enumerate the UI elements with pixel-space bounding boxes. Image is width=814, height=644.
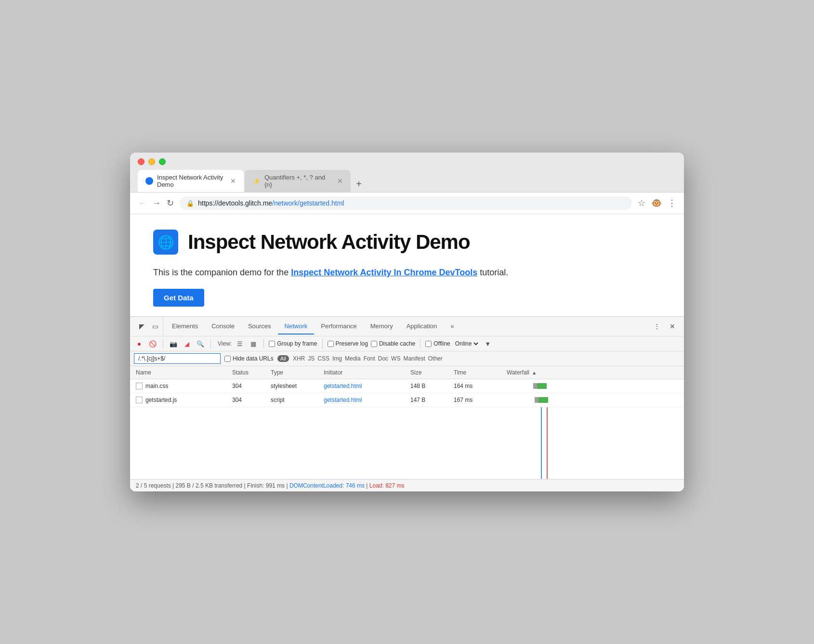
cell-size-2: 147 B (408, 395, 452, 405)
page-title: Inspect Network Activity Demo (188, 231, 470, 254)
cell-initiator-2[interactable]: getstarted.html (322, 395, 408, 405)
status-dom-content-loaded: DOMContentLoaded: 746 ms (289, 482, 365, 489)
preserve-log-check[interactable]: Preserve log (328, 340, 368, 347)
separator-2 (210, 339, 211, 348)
tab-icon-globe (145, 177, 153, 185)
waterfall-view-icon[interactable]: ▦ (248, 338, 259, 349)
traffic-lights (138, 158, 676, 165)
tab-application[interactable]: Application (400, 319, 444, 335)
all-badge[interactable]: All (277, 355, 289, 362)
search-icon[interactable]: 🔍 (195, 338, 206, 349)
tab-performance[interactable]: Performance (314, 319, 363, 335)
cell-waterfall-2 (505, 395, 680, 405)
col-size: Size (408, 368, 452, 377)
filter-input[interactable] (134, 353, 221, 364)
throttle-dropdown-icon[interactable]: ▼ (483, 338, 493, 349)
separator-5 (420, 339, 420, 348)
lock-icon: 🔒 (186, 200, 194, 207)
devtools-right: ⋮ ✕ (651, 321, 680, 332)
table-row[interactable]: getstarted.js 304 script getstarted.html… (130, 393, 684, 407)
cell-initiator-1[interactable]: getstarted.html (322, 381, 408, 391)
address-bar: ← → ↻ 🔒 https://devtools.glitch.me/netwo… (130, 193, 684, 214)
tab-console[interactable]: Console (205, 319, 241, 335)
filter-xhr[interactable]: XHR (293, 355, 305, 362)
col-initiator: Initiator (322, 368, 408, 377)
status-requests: 2 / 5 requests (136, 482, 171, 489)
filter-css[interactable]: CSS (317, 355, 329, 362)
cell-time-2: 167 ms (452, 395, 505, 405)
devtools-close-icon[interactable]: ✕ (667, 321, 678, 332)
cell-status-2: 304 (230, 395, 269, 405)
status-bar: 2 / 5 requests | 295 B / 2.5 KB transfer… (130, 479, 684, 491)
page-header: 🌐 Inspect Network Activity Demo (153, 230, 661, 255)
filter-manifest[interactable]: Manifest (403, 355, 425, 362)
hide-data-urls-check[interactable]: Hide data URLs (224, 355, 274, 362)
filter-img[interactable]: Img (332, 355, 342, 362)
description-link[interactable]: Inspect Network Activity In Chrome DevTo… (291, 268, 477, 277)
status-load: Load: 827 ms (369, 482, 405, 489)
file-icon-2 (136, 397, 143, 403)
filter-bar: Hide data URLs All XHR JS CSS Img Media … (130, 351, 684, 366)
filter-js[interactable]: JS (308, 355, 315, 362)
cell-waterfall-1 (505, 381, 680, 391)
filter-media[interactable]: Media (345, 355, 361, 362)
reload-button[interactable]: ↻ (167, 198, 174, 208)
view-label: View: (218, 340, 232, 347)
table-row[interactable]: main.css 304 stylesheet getstarted.html … (130, 379, 684, 393)
status-transfer: 295 B / 2.5 KB transferred (176, 482, 243, 489)
close-button[interactable] (138, 158, 144, 165)
network-table: Name Status Type Initiator Size Time Wat… (130, 366, 684, 479)
inspect-element-icon[interactable]: ◤ (136, 321, 147, 332)
tab-more[interactable]: » (444, 319, 460, 335)
clear-icon[interactable]: 🚫 (147, 338, 158, 349)
devtools-icons: ◤ ▭ (134, 317, 163, 336)
tab-sources[interactable]: Sources (241, 319, 278, 335)
disable-cache-check[interactable]: Disable cache (371, 340, 415, 347)
new-tab-button[interactable]: + (352, 177, 366, 191)
tab-close-1[interactable]: ✕ (230, 178, 236, 184)
tab-elements[interactable]: Elements (165, 319, 205, 335)
separator-1 (163, 339, 163, 348)
menu-icon[interactable]: ⋮ (668, 198, 676, 208)
record-icon[interactable]: ● (134, 338, 144, 349)
group-by-frame-label: Group by frame (277, 340, 317, 347)
offline-check[interactable]: Offline (425, 340, 450, 347)
camera-icon[interactable]: 📷 (168, 338, 179, 349)
tab-network[interactable]: Network (278, 319, 315, 335)
filter-icon[interactable]: ◢ (182, 338, 192, 349)
address-text: https://devtools.glitch.me/network/getst… (198, 199, 625, 207)
devtools-tabs: Elements Console Sources Network Perform… (165, 319, 651, 335)
preserve-log-label: Preserve log (336, 340, 368, 347)
tab-label-2: Quantifiers +, *, ? and {n} (264, 174, 330, 188)
device-toolbar-icon[interactable]: ▭ (149, 321, 161, 332)
table-header: Name Status Type Initiator Size Time Wat… (130, 366, 684, 379)
filter-other[interactable]: Other (428, 355, 443, 362)
get-data-button[interactable]: Get Data (153, 289, 204, 307)
tab-quantifiers[interactable]: ⚡ Quantifiers +, *, ? and {n} ✕ (245, 170, 351, 192)
devtools-menu-icon[interactable]: ⋮ (651, 321, 663, 332)
cell-name-2: getstarted.js (134, 395, 230, 405)
back-button[interactable]: ← (138, 198, 146, 208)
devtools-panel: ◤ ▭ Elements Console Sources Network Per… (130, 316, 684, 491)
bookmark-icon[interactable]: ☆ (638, 198, 645, 208)
throttle-select[interactable]: Online (453, 340, 480, 348)
status-finish: Finish: 991 ms (247, 482, 285, 489)
filter-font[interactable]: Font (364, 355, 375, 362)
filter-ws[interactable]: WS (391, 355, 400, 362)
tab-memory[interactable]: Memory (364, 319, 400, 335)
tab-close-2[interactable]: ✕ (337, 178, 343, 184)
offline-label: Offline (433, 340, 450, 347)
minimize-button[interactable] (148, 158, 155, 165)
filter-doc[interactable]: Doc (378, 355, 388, 362)
network-toolbar: ● 🚫 📷 ◢ 🔍 View: ☰ ▦ Group by frame Prese… (130, 336, 684, 351)
forward-button[interactable]: → (152, 198, 161, 208)
tab-inspect-network[interactable]: Inspect Network Activity Demo ✕ (138, 170, 244, 192)
list-view-icon[interactable]: ☰ (235, 338, 245, 349)
maximize-button[interactable] (159, 158, 166, 165)
cell-type-2: script (269, 395, 322, 405)
avatar-icon[interactable]: 🐵 (651, 198, 662, 208)
separator-3 (263, 339, 264, 348)
group-by-frame-check[interactable]: Group by frame (269, 340, 317, 347)
address-field[interactable]: 🔒 https://devtools.glitch.me/network/get… (180, 196, 632, 210)
tab-icon-lightning: ⚡ (252, 177, 261, 185)
